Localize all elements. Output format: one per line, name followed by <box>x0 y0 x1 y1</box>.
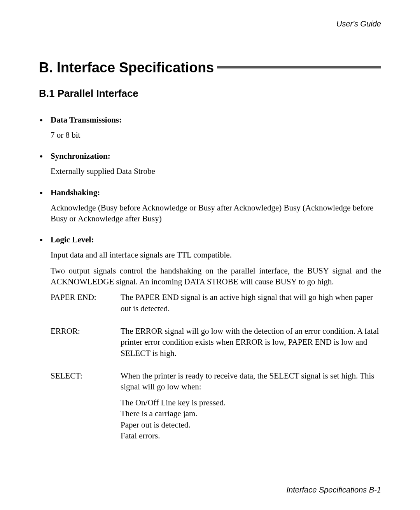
spec-item: Synchronization: Externally supplied Dat… <box>51 151 381 177</box>
spec-item: Data Transmissions: 7 or 8 bit <box>51 115 381 140</box>
spec-item-body: Externally supplied Data Strobe <box>51 166 381 177</box>
signal-name: ERROR: <box>51 326 121 363</box>
spec-item: Logic Level: Input data and all interfac… <box>51 235 381 446</box>
spec-item-body: Acknowledge (Busy before Acknowledge or … <box>51 202 381 224</box>
signal-desc-text: When the printer is ready to receive dat… <box>121 370 381 393</box>
spec-item-head: Synchronization: <box>51 151 381 161</box>
body-text: Externally supplied Data Strobe <box>51 166 381 177</box>
signal-desc: The ERROR signal will go low with the de… <box>121 326 381 363</box>
signal-name: SELECT: <box>51 370 121 446</box>
spec-item-body: Input data and all interface signals are… <box>51 249 381 446</box>
body-text: Input data and all interface signals are… <box>51 249 381 260</box>
section-subheading: B.1 Parallel Interface <box>39 88 381 100</box>
signal-row: SELECT: When the printer is ready to rec… <box>51 370 381 446</box>
body-text: Acknowledge (Busy before Acknowledge or … <box>51 202 381 224</box>
title-rule <box>217 66 381 69</box>
title-row: B. Interface Specifications <box>39 60 381 76</box>
spec-item-head: Data Transmissions: <box>51 115 381 125</box>
signal-desc-text: The PAPER END signal is an active high s… <box>121 292 381 314</box>
header-label: User's Guide <box>39 19 381 28</box>
signal-row: ERROR: The ERROR signal will go low with… <box>51 326 381 363</box>
signal-desc: When the printer is ready to receive dat… <box>121 370 381 446</box>
spec-item-body: 7 or 8 bit <box>51 130 381 140</box>
spec-item-head: Handshaking: <box>51 188 381 198</box>
signal-desc-text: The ERROR signal will go low with the de… <box>121 326 381 359</box>
spec-item: Handshaking: Acknowledge (Busy before Ac… <box>51 188 381 224</box>
signal-desc: The PAPER END signal is an active high s… <box>121 292 381 319</box>
page-title: B. Interface Specifications <box>39 60 214 76</box>
signal-table: PAPER END: The PAPER END signal is an ac… <box>51 292 381 446</box>
signal-name: PAPER END: <box>51 292 121 319</box>
spec-item-head: Logic Level: <box>51 235 381 245</box>
spec-list: Data Transmissions: 7 or 8 bit Synchroni… <box>39 115 381 446</box>
body-text: Two output signals control the handshaki… <box>51 265 381 287</box>
signal-desc-text: The On/Off Line key is pressed. There is… <box>121 397 381 441</box>
page-footer: Interface Specifications B-1 <box>287 485 381 494</box>
body-text: 7 or 8 bit <box>51 130 381 140</box>
signal-row: PAPER END: The PAPER END signal is an ac… <box>51 292 381 319</box>
